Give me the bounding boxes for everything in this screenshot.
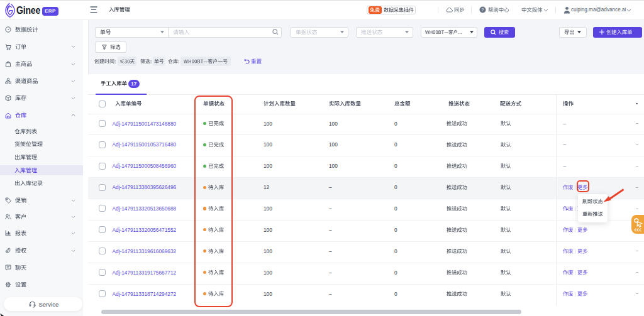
svg-text:?: ? xyxy=(481,8,484,12)
